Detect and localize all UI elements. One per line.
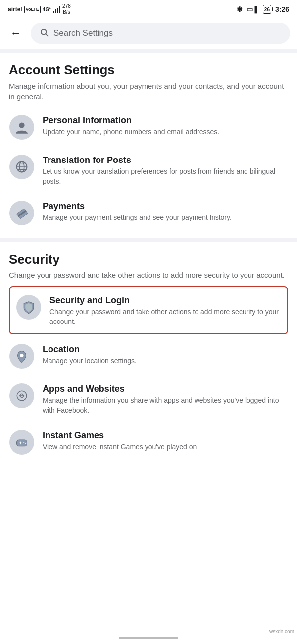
svg-line-1	[46, 34, 48, 36]
shield-icon	[16, 295, 41, 320]
account-section-title: Account Settings	[9, 62, 288, 78]
security-section-desc: Change your password and take other acti…	[9, 270, 288, 280]
search-pill[interactable]: Search Settings	[31, 23, 290, 44]
card-icon	[9, 201, 34, 225]
personal-info-subtitle: Update your name, phone numbers and emai…	[43, 127, 288, 137]
person-icon	[9, 115, 34, 140]
bluetooth-icon: ✱	[237, 5, 243, 13]
home-indicator	[119, 637, 178, 639]
status-bar: airtel VoLTE 4G* 278 B/s ✱ ▭❚ 26 3:26	[0, 0, 297, 18]
translation-icon-wrap	[9, 154, 35, 180]
account-section-desc: Manage information about you, your payme…	[9, 81, 288, 102]
translation-title: Translation for Posts	[43, 155, 288, 165]
search-bar-row: ← Search Settings	[0, 18, 297, 49]
payments-text: Payments Manage your payment settings an…	[43, 200, 288, 223]
search-icon	[40, 28, 49, 39]
data-speed: 278 B/s	[62, 3, 71, 15]
payments-item[interactable]: Payments Manage your payment settings an…	[9, 193, 288, 233]
search-placeholder-text: Search Settings	[53, 28, 113, 38]
status-right: ✱ ▭❚ 26 3:26	[237, 5, 289, 14]
watermark: wsxdn.com	[269, 629, 294, 634]
gamepad-icon	[9, 430, 34, 455]
globe-icon	[9, 155, 34, 179]
signal-bars	[53, 6, 60, 13]
volte-badge: VoLTE	[24, 6, 41, 13]
instant-games-subtitle: View and remove Instant Games you've pla…	[43, 442, 288, 452]
instant-games-item[interactable]: Instant Games View and remove Instant Ga…	[9, 423, 288, 462]
personal-information-item[interactable]: Personal Information Update your name, p…	[9, 107, 288, 147]
location-item[interactable]: Location Manage your location settings.	[9, 336, 288, 376]
security-login-title: Security and Login	[50, 295, 281, 306]
translation-item[interactable]: Translation for Posts Let us know your t…	[9, 147, 288, 193]
payments-icon-wrap	[9, 200, 35, 226]
instant-games-text: Instant Games View and remove Instant Ga…	[43, 429, 288, 452]
security-section-title: Security	[9, 252, 288, 267]
location-icon	[9, 344, 34, 369]
security-section: Security Change your password and take o…	[0, 242, 297, 467]
instant-games-icon-wrap	[9, 429, 35, 455]
section-divider-mid	[0, 238, 297, 242]
personal-info-text: Personal Information Update your name, p…	[43, 114, 288, 137]
location-icon-wrap	[9, 343, 35, 369]
instant-games-title: Instant Games	[43, 430, 288, 441]
personal-info-icon-wrap	[9, 114, 35, 140]
translation-subtitle: Let us know your translation preferences…	[43, 167, 288, 186]
account-settings-section: Account Settings Manage information abou…	[0, 53, 297, 238]
svg-point-10	[20, 354, 24, 357]
svg-point-15	[23, 442, 24, 443]
apps-websites-text: Apps and Websites Manage the information…	[43, 383, 288, 415]
payments-title: Payments	[43, 201, 288, 212]
section-divider-top	[0, 49, 297, 53]
translation-text: Translation for Posts Let us know your t…	[43, 154, 288, 186]
svg-point-16	[25, 443, 26, 444]
security-login-item[interactable]: Security and Login Change your password …	[9, 286, 288, 334]
network-badge: 4G*	[43, 7, 51, 12]
arrows-icon	[9, 383, 34, 408]
back-button[interactable]: ←	[7, 24, 25, 42]
vibrate-icon: ▭❚	[247, 5, 259, 13]
personal-info-title: Personal Information	[43, 115, 288, 126]
svg-point-2	[19, 122, 24, 128]
back-arrow-icon: ←	[10, 27, 21, 40]
apps-websites-title: Apps and Websites	[43, 384, 288, 394]
apps-websites-item[interactable]: Apps and Websites Manage the information…	[9, 376, 288, 422]
carrier-label: airtel	[8, 6, 22, 13]
status-left: airtel VoLTE 4G* 278 B/s	[8, 3, 71, 15]
location-subtitle: Manage your location settings.	[43, 356, 288, 366]
battery-icon: 26	[263, 5, 271, 14]
security-login-text: Security and Login Change your password …	[50, 294, 281, 326]
security-login-icon-wrap	[16, 294, 42, 320]
apps-websites-icon-wrap	[9, 383, 35, 409]
payments-subtitle: Manage your payment settings and see you…	[43, 213, 288, 223]
location-title: Location	[43, 344, 288, 355]
apps-websites-subtitle: Manage the information you share with ap…	[43, 396, 288, 415]
location-text: Location Manage your location settings.	[43, 343, 288, 366]
security-login-subtitle: Change your password and take other acti…	[50, 307, 281, 326]
time-label: 3:26	[275, 5, 289, 13]
